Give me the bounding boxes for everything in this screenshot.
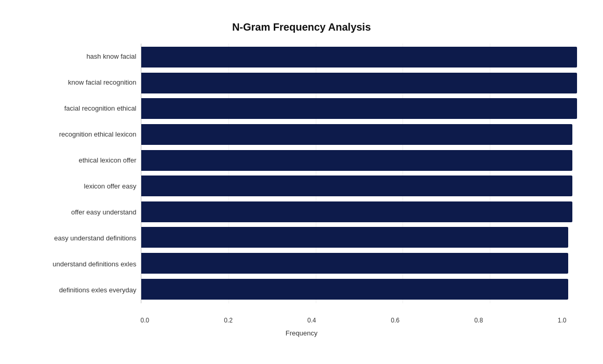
y-label: know facial recognition <box>26 70 141 96</box>
y-label: hash know facial <box>26 44 141 70</box>
bar <box>141 227 568 248</box>
chart-title: N-Gram Frequency Analysis <box>26 21 577 33</box>
y-label: ethical lexicon offer <box>26 147 141 173</box>
x-axis: 0.00.20.40.60.81.0 <box>141 317 567 324</box>
y-label: facial recognition ethical <box>26 96 141 122</box>
y-label: lexicon offer easy <box>26 173 141 199</box>
bar <box>141 47 577 68</box>
x-tick: 0.2 <box>224 317 233 324</box>
chart-inner: hash know facialknow facial recognitionf… <box>26 44 577 303</box>
bar-row <box>141 97 577 120</box>
y-label: offer easy understand <box>26 199 141 225</box>
bar-row <box>141 200 577 224</box>
bar-row <box>141 123 577 146</box>
bar <box>141 124 573 145</box>
x-tick: 1.0 <box>558 317 567 324</box>
x-axis-label: Frequency <box>286 329 317 337</box>
bar-row <box>141 45 577 69</box>
y-axis: hash know facialknow facial recognitionf… <box>26 44 141 303</box>
chart-container: N-Gram Frequency Analysis hash know faci… <box>16 11 587 354</box>
bar <box>141 279 568 300</box>
bar <box>141 150 573 171</box>
bars-and-grid <box>141 44 577 303</box>
x-tick: 0.6 <box>391 317 399 324</box>
bar-row <box>141 174 577 198</box>
bar <box>141 201 573 222</box>
y-label: understand definitions exles <box>26 251 141 277</box>
bar-row <box>141 277 577 301</box>
bar-row <box>141 149 577 172</box>
chart-area: hash know facialknow facial recognitionf… <box>26 44 577 303</box>
x-tick: 0.0 <box>141 317 150 324</box>
bar <box>141 176 573 196</box>
bar <box>141 253 568 274</box>
bar-row <box>141 225 577 249</box>
x-tick: 0.8 <box>474 317 483 324</box>
bar-row <box>141 251 577 275</box>
bar <box>141 98 577 119</box>
y-label: definitions exles everyday <box>26 277 141 303</box>
bar-row <box>141 71 577 95</box>
bar <box>141 73 577 93</box>
bars-wrapper <box>141 44 577 303</box>
y-label: easy understand definitions <box>26 225 141 251</box>
x-tick: 0.4 <box>307 317 316 324</box>
y-label: recognition ethical lexicon <box>26 122 141 147</box>
